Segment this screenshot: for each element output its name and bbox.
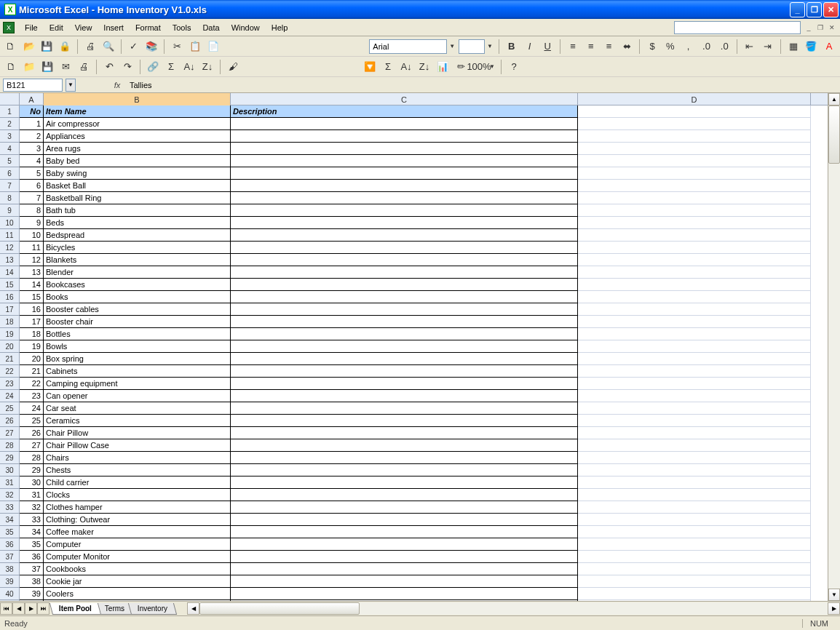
cell-no-29[interactable]: 28	[20, 452, 44, 464]
scroll-down-button[interactable]: ▼	[828, 589, 840, 601]
cell-desc-29[interactable]	[231, 452, 578, 464]
cell-no-21[interactable]: 20	[20, 353, 44, 365]
cell-name-37[interactable]: Computer Monitor	[44, 551, 231, 563]
header-item-name[interactable]: Item Name	[44, 105, 231, 118]
header-no[interactable]: No	[20, 105, 44, 118]
menu-insert[interactable]: Insert	[98, 21, 130, 34]
row-header-19[interactable]: 19	[0, 328, 20, 340]
font-color-button[interactable]: A	[821, 39, 837, 55]
sigma-button[interactable]: Σ	[380, 59, 396, 75]
cell-no-27[interactable]: 26	[20, 427, 44, 439]
row-header-22[interactable]: 22	[0, 365, 20, 378]
row-header-40[interactable]: 40	[0, 588, 20, 600]
row-header-7[interactable]: 7	[0, 180, 20, 192]
cell-d-13[interactable]	[578, 254, 811, 266]
merge-center-button[interactable]: ⬌	[619, 39, 635, 55]
row-header-1[interactable]: 1	[0, 105, 20, 118]
vertical-scrollbar[interactable]: ▲ ▼	[828, 93, 840, 601]
cell-desc-15[interactable]	[231, 279, 578, 291]
cell-no-41[interactable]: 40	[20, 600, 44, 601]
cell-desc-9[interactable]	[231, 204, 578, 217]
column-header-d[interactable]: D	[578, 93, 811, 105]
paste-button[interactable]: 📄	[205, 39, 221, 55]
bold-button[interactable]: B	[504, 39, 520, 55]
undo-button[interactable]: ↶	[101, 59, 117, 75]
doc-minimize-button[interactable]: _	[804, 23, 814, 33]
cut-button[interactable]: ✂	[169, 39, 185, 55]
row-header-8[interactable]: 8	[0, 192, 20, 204]
row-header-30[interactable]: 30	[0, 464, 20, 477]
row-header-20[interactable]: 20	[0, 340, 20, 353]
underline-button[interactable]: U	[539, 39, 555, 55]
cell-d-19[interactable]	[578, 328, 811, 340]
doc-restore-button[interactable]: ❐	[815, 23, 825, 33]
cell-d-21[interactable]	[578, 353, 811, 365]
cell-desc-36[interactable]	[231, 538, 578, 551]
cell-desc-22[interactable]	[231, 365, 578, 378]
cell-name-36[interactable]: Computer	[44, 538, 231, 551]
cell-d-8[interactable]	[578, 192, 811, 204]
scroll-right-button[interactable]: ▶	[828, 602, 840, 615]
row-header-11[interactable]: 11	[0, 229, 20, 242]
cell-no-25[interactable]: 24	[20, 402, 44, 415]
cell-no-38[interactable]: 37	[20, 563, 44, 575]
cell-desc-23[interactable]	[231, 378, 578, 390]
cell-desc-26[interactable]	[231, 415, 578, 427]
cell-no-32[interactable]: 31	[20, 489, 44, 501]
name-box[interactable]: B121	[3, 79, 63, 92]
redo-button[interactable]: ↷	[119, 59, 135, 75]
help-button[interactable]: ?	[506, 59, 522, 75]
row-header-35[interactable]: 35	[0, 526, 20, 538]
cell-desc-30[interactable]	[231, 464, 578, 477]
cell-no-7[interactable]: 6	[20, 180, 44, 192]
cell-no-33[interactable]: 32	[20, 501, 44, 514]
h-scroll-thumb[interactable]	[199, 602, 360, 615]
fx-button[interactable]: fx	[111, 81, 124, 89]
cell-name-4[interactable]: Area rugs	[44, 143, 231, 155]
new-button[interactable]: 🗋	[3, 39, 19, 55]
row-header-24[interactable]: 24	[0, 390, 20, 402]
scroll-track[interactable]	[828, 105, 840, 589]
scroll-thumb[interactable]	[828, 105, 840, 164]
hyperlink-button[interactable]: 🔗	[145, 59, 161, 75]
cell-name-8[interactable]: Basketball Ring	[44, 192, 231, 204]
row-header-9[interactable]: 9	[0, 204, 20, 217]
cell-d-15[interactable]	[578, 279, 811, 291]
row-header-5[interactable]: 5	[0, 155, 20, 167]
cell-desc-21[interactable]	[231, 353, 578, 365]
horizontal-scrollbar[interactable]: ◀ ▶	[187, 602, 840, 615]
row-header-26[interactable]: 26	[0, 415, 20, 427]
menu-format[interactable]: Format	[130, 21, 167, 34]
row-header-28[interactable]: 28	[0, 439, 20, 452]
cell-d-28[interactable]	[578, 439, 811, 452]
autosum-button[interactable]: Σ	[163, 59, 179, 75]
column-header-b[interactable]: B	[44, 93, 231, 105]
formula-input[interactable]: Tallies	[127, 81, 837, 89]
row-header-2[interactable]: 2	[0, 118, 20, 130]
cell-name-25[interactable]: Car seat	[44, 402, 231, 415]
row-header-15[interactable]: 15	[0, 279, 20, 291]
cell-no-13[interactable]: 12	[20, 254, 44, 266]
cell-name-28[interactable]: Chair Pillow Case	[44, 439, 231, 452]
cell-name-14[interactable]: Blender	[44, 266, 231, 279]
cell-no-15[interactable]: 14	[20, 279, 44, 291]
cell-desc-17[interactable]	[231, 303, 578, 316]
open-button[interactable]: 📂	[21, 39, 37, 55]
cell-name-31[interactable]: Child carrier	[44, 477, 231, 489]
row-header-3[interactable]: 3	[0, 130, 20, 143]
cell-d-18[interactable]	[578, 316, 811, 328]
cell-no-34[interactable]: 33	[20, 514, 44, 526]
cell-name-21[interactable]: Box spring	[44, 353, 231, 365]
cell-no-40[interactable]: 39	[20, 588, 44, 600]
name-box-dropdown-icon[interactable]: ▼	[66, 79, 76, 92]
cell-d-24[interactable]	[578, 390, 811, 402]
doc-close-button[interactable]: ✕	[827, 23, 837, 33]
cell-desc-35[interactable]	[231, 526, 578, 538]
cell-no-14[interactable]: 13	[20, 266, 44, 279]
cell-d-32[interactable]	[578, 489, 811, 501]
cell-name-17[interactable]: Booster cables	[44, 303, 231, 316]
sort-asc-button[interactable]: A↓	[181, 59, 197, 75]
autosum-button2[interactable]: 🔽	[362, 59, 378, 75]
row-header-12[interactable]: 12	[0, 242, 20, 254]
new-doc-button[interactable]: 🗋	[3, 59, 19, 75]
